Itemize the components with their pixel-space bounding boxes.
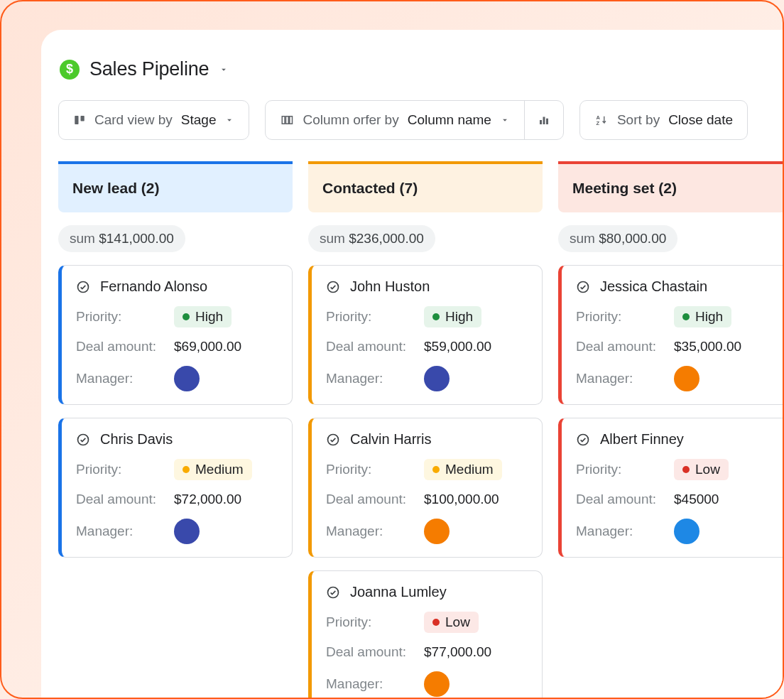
deal-amount-label: Deal amount: — [326, 339, 415, 354]
chart-button[interactable] — [525, 101, 563, 139]
column-header[interactable]: New lead (2) — [58, 161, 293, 212]
column-header[interactable]: Contacted (7) — [308, 161, 543, 212]
priority-label: Priority: — [326, 309, 415, 325]
manager-label: Manager: — [76, 371, 165, 386]
outer-frame: $ Sales Pipeline Card view by Stage — [1, 1, 783, 698]
priority-row: Priority:Medium — [326, 459, 528, 480]
deal-amount-row: Deal amount:$100,000.00 — [326, 492, 528, 507]
deal-card[interactable]: Fernando AlonsoPriority:HighDeal amount:… — [58, 265, 293, 405]
card-view-selector[interactable]: Card view by Stage — [58, 100, 249, 140]
manager-avatar[interactable] — [674, 519, 699, 544]
priority-label: Priority: — [76, 462, 165, 477]
manager-avatar[interactable] — [424, 671, 450, 697]
card-name: Fernando Alonso — [100, 278, 207, 295]
priority-row: Priority:Low — [576, 459, 778, 480]
priority-dot-icon — [682, 466, 690, 473]
priority-dot-icon — [432, 619, 440, 626]
deal-card[interactable]: Chris DavisPriority:MediumDeal amount:$7… — [58, 418, 293, 558]
manager-label: Manager: — [576, 371, 665, 386]
card-title-row: Joanna Lumley — [326, 584, 528, 600]
priority-value: Low — [445, 614, 470, 630]
svg-rect-5 — [540, 120, 542, 124]
column-sum: sum $80,000.00 — [558, 225, 677, 252]
sort-alpha-icon: AZ — [594, 114, 609, 126]
column-contacted: Contacted (7)sum $236,000.00John HustonP… — [308, 161, 543, 698]
deal-amount-label: Deal amount: — [326, 492, 415, 507]
priority-pill: Medium — [424, 459, 502, 480]
sort-selector[interactable]: AZ Sort by Close date — [579, 100, 748, 140]
priority-value: High — [445, 309, 473, 325]
column-sum: sum $236,000.00 — [308, 225, 435, 252]
card-name: Calvin Harris — [350, 431, 431, 448]
priority-dot-icon — [432, 466, 440, 473]
svg-rect-4 — [290, 116, 293, 124]
card-title-row: Calvin Harris — [326, 431, 528, 448]
check-circle-icon — [76, 280, 90, 294]
manager-row: Manager: — [576, 366, 778, 391]
chevron-down-icon[interactable] — [219, 65, 229, 75]
manager-row: Manager: — [76, 519, 278, 544]
column-header[interactable]: Meeting set (2) — [558, 161, 783, 212]
deal-card[interactable]: Jessica ChastainPriority:HighDeal amount… — [558, 265, 783, 405]
card-title-row: Fernando Alonso — [76, 278, 278, 295]
sort-label: Sort by — [617, 112, 660, 128]
svg-rect-1 — [81, 116, 85, 121]
card-view-label: Card view by — [94, 112, 173, 128]
deal-card[interactable]: John HustonPriority:HighDeal amount:$59,… — [308, 265, 543, 405]
toolbar: Card view by Stage Column orfer by Colum… — [58, 100, 783, 140]
priority-dot-icon — [183, 466, 190, 473]
manager-label: Manager: — [76, 524, 165, 539]
column-order-value: Column name — [408, 112, 491, 128]
sum-value: $236,000.00 — [349, 231, 424, 246]
deal-amount-value: $59,000.00 — [424, 339, 491, 354]
columns-icon — [280, 114, 294, 126]
column-order-label: Column orfer by — [303, 112, 398, 128]
deal-amount-label: Deal amount: — [576, 492, 665, 507]
manager-avatar[interactable] — [424, 519, 450, 544]
deal-amount-label: Deal amount: — [76, 492, 165, 507]
app-window: $ Sales Pipeline Card view by Stage — [41, 30, 783, 698]
manager-avatar[interactable] — [174, 366, 200, 391]
check-circle-icon — [326, 585, 340, 600]
deal-amount-row: Deal amount:$77,000.00 — [326, 644, 528, 660]
deal-amount-value: $69,000.00 — [174, 339, 241, 354]
page-header: $ Sales Pipeline — [58, 58, 783, 80]
deal-amount-label: Deal amount: — [576, 339, 665, 354]
deal-amount-row: Deal amount:$72,000.00 — [76, 492, 278, 507]
deal-amount-label: Deal amount: — [76, 339, 165, 354]
manager-label: Manager: — [576, 524, 665, 539]
svg-point-12 — [328, 281, 339, 292]
column-order-selector[interactable]: Column orfer by Column name — [266, 101, 523, 139]
svg-point-13 — [328, 434, 339, 445]
deal-card[interactable]: Calvin HarrisPriority:MediumDeal amount:… — [308, 418, 543, 558]
manager-avatar[interactable] — [674, 366, 699, 391]
check-circle-icon — [76, 433, 90, 447]
sort-value: Close date — [668, 112, 733, 128]
check-circle-icon — [326, 280, 340, 294]
card-name: Jessica Chastain — [600, 278, 707, 295]
card-title-row: Chris Davis — [76, 431, 278, 448]
priority-row: Priority:Low — [326, 612, 528, 633]
manager-avatar[interactable] — [174, 519, 200, 544]
sum-label: sum — [570, 231, 595, 246]
manager-avatar[interactable] — [424, 366, 450, 391]
card-name: Joanna Lumley — [350, 584, 447, 600]
card-name: Albert Finney — [600, 431, 684, 448]
manager-row: Manager: — [326, 366, 528, 391]
deal-amount-value: $35,000.00 — [674, 339, 741, 354]
deal-card[interactable]: Joanna LumleyPriority:LowDeal amount:$77… — [308, 570, 543, 698]
svg-text:Z: Z — [596, 120, 599, 126]
deal-amount-value: $72,000.00 — [174, 492, 241, 507]
priority-pill: High — [424, 306, 481, 327]
svg-point-11 — [78, 434, 89, 445]
deal-card[interactable]: Albert FinneyPriority:LowDeal amount:$45… — [558, 418, 783, 558]
check-circle-icon — [576, 433, 590, 447]
kanban-board: New lead (2)sum $141,000.00Fernando Alon… — [58, 161, 783, 698]
manager-label: Manager: — [326, 524, 415, 539]
svg-rect-7 — [546, 119, 548, 124]
svg-rect-0 — [75, 116, 78, 124]
deal-amount-row: Deal amount:$69,000.00 — [76, 339, 278, 354]
check-circle-icon — [326, 433, 340, 447]
card-name: Chris Davis — [100, 431, 173, 448]
priority-value: High — [695, 309, 723, 325]
